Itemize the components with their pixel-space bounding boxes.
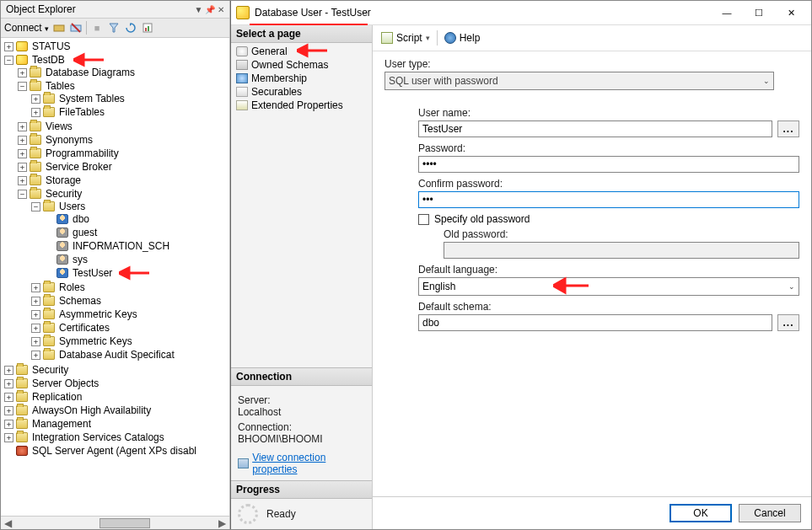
object-explorer-toolbar: Connect ▾ ■ (1, 19, 229, 38)
help-button[interactable]: Help (444, 32, 481, 44)
browse-schema-button[interactable]: ... (777, 314, 799, 331)
folder-icon (43, 323, 55, 333)
tree-system-tables[interactable]: System Tables (57, 93, 126, 104)
pin-icon[interactable]: ▼ 📌 ✕ (195, 5, 224, 14)
tree-replication[interactable]: Replication (30, 391, 83, 403)
dialog-toolbar: Script ▾ Help (373, 25, 811, 51)
tree-users[interactable]: Users (57, 201, 87, 212)
folder-icon (16, 392, 28, 402)
tree-user-test[interactable]: TestUser (71, 267, 114, 279)
tree-roles[interactable]: Roles (57, 281, 87, 293)
tree-user-dbo[interactable]: dbo (71, 213, 91, 225)
dialog-titlebar: Database User - TestUser — ☐ ✕ (231, 1, 811, 25)
maximize-button[interactable]: ☐ (744, 4, 774, 21)
connect-icon[interactable] (52, 21, 66, 35)
confirm-password-input[interactable] (418, 191, 799, 208)
tree-certs[interactable]: Certificates (57, 322, 111, 334)
disconnect-icon[interactable] (69, 21, 83, 35)
tree-storage[interactable]: Storage (44, 174, 83, 186)
user-icon (56, 268, 68, 278)
close-button[interactable]: ✕ (776, 4, 806, 21)
tree-testdb[interactable]: TestDB (30, 54, 67, 66)
tree-asym-keys[interactable]: Asymmetric Keys (57, 308, 139, 320)
tree-audit[interactable]: Database Audit Specificat (57, 349, 176, 361)
user-form: User type: SQL user with password⌄ User … (373, 51, 811, 496)
tree-schemas[interactable]: Schemas (57, 295, 103, 307)
page-securables[interactable]: Securables (231, 85, 372, 99)
folder-icon (43, 107, 55, 117)
window-icon (236, 6, 250, 19)
select-page-header: Select a page (231, 25, 372, 43)
page-extended[interactable]: Extended Properties (231, 99, 372, 112)
script-button[interactable]: Script ▾ (381, 32, 430, 44)
user-icon (56, 228, 68, 238)
folder-icon (30, 148, 41, 158)
tree-alwayson[interactable]: AlwaysOn High Availability (30, 404, 153, 416)
page-membership[interactable]: Membership (231, 72, 372, 85)
object-explorer-tree[interactable]: +STATUS −TestDB +Database Diagrams −Tabl… (1, 38, 229, 516)
database-user-dialog: Database User - TestUser — ☐ ✕ Select a … (230, 1, 811, 529)
user-icon (56, 254, 68, 265)
folder-icon (43, 350, 55, 360)
browse-user-button[interactable]: ... (777, 120, 799, 137)
tree-security-db[interactable]: Security (44, 188, 83, 200)
tree-user-guest[interactable]: guest (71, 227, 99, 238)
general-icon (236, 46, 248, 56)
user-icon (56, 214, 68, 224)
tree-security-root[interactable]: Security (30, 364, 70, 376)
extended-icon (236, 100, 248, 110)
tree-service-broker[interactable]: Service Broker (44, 161, 114, 173)
tree-isc[interactable]: Integration Services Catalogs (30, 431, 166, 443)
user-type-select: SQL user with password⌄ (384, 72, 774, 90)
report-icon[interactable] (141, 21, 154, 35)
confirm-password-label: Confirm password: (418, 178, 799, 190)
password-label: Password: (418, 142, 799, 154)
tree-synonyms[interactable]: Synonyms (44, 134, 94, 146)
svg-rect-4 (145, 28, 147, 31)
tree-programmability[interactable]: Programmability (44, 147, 121, 159)
default-schema-input[interactable] (418, 314, 772, 331)
old-password-input (444, 242, 799, 259)
dialog-buttons: OK Cancel (373, 496, 811, 529)
user-name-input[interactable] (418, 120, 772, 137)
refresh-icon[interactable] (124, 21, 137, 35)
user-type-label: User type: (384, 58, 799, 70)
default-schema-label: Default schema: (418, 301, 799, 313)
tree-management[interactable]: Management (30, 418, 93, 430)
tree-views[interactable]: Views (44, 120, 74, 132)
page-owned-schemas[interactable]: Owned Schemas (231, 58, 372, 72)
tree-user-info[interactable]: INFORMATION_SCH (71, 240, 171, 252)
horizontal-scrollbar[interactable]: ◀▶ (1, 516, 229, 529)
page-general[interactable]: General (231, 45, 372, 58)
minimize-button[interactable]: — (712, 4, 742, 21)
tree-db-diagrams[interactable]: Database Diagrams (44, 67, 137, 78)
connect-dropdown[interactable]: Connect ▾ (4, 22, 49, 34)
stop-icon[interactable]: ■ (90, 21, 104, 35)
tree-file-tables[interactable]: FileTables (57, 106, 106, 118)
specify-old-password-checkbox[interactable] (418, 214, 429, 225)
tree-server-objects[interactable]: Server Objects (30, 377, 100, 389)
tree-status[interactable]: STATUS (30, 40, 73, 52)
tree-tables[interactable]: Tables (44, 80, 77, 92)
tree-agent[interactable]: SQL Server Agent (Agent XPs disabl (30, 445, 198, 457)
tree-sym-keys[interactable]: Symmetric Keys (57, 335, 134, 347)
script-icon (381, 32, 393, 44)
user-name-label: User name: (418, 107, 799, 119)
folder-icon (30, 162, 41, 172)
chevron-down-icon: ⌄ (763, 77, 770, 85)
connection-info: Server: Localhost Connection: BHOOMI\BHO… (231, 386, 372, 480)
old-password-label: Old password: (444, 228, 799, 240)
tree-user-sys[interactable]: sys (71, 254, 89, 265)
ok-button[interactable]: OK (669, 504, 732, 522)
folder-icon (30, 81, 41, 91)
password-input[interactable] (418, 156, 799, 173)
agent-icon (16, 446, 28, 456)
object-explorer-title: Object Explorer ▼ 📌 ✕ (1, 1, 229, 19)
cancel-button[interactable]: Cancel (739, 504, 801, 522)
folder-icon (43, 94, 55, 104)
user-icon (56, 241, 68, 251)
default-language-select[interactable]: English⌄ (418, 277, 799, 296)
filter-icon[interactable] (107, 21, 121, 35)
folder-icon (16, 405, 28, 415)
view-connection-properties-link[interactable]: View connection properties (238, 452, 365, 475)
